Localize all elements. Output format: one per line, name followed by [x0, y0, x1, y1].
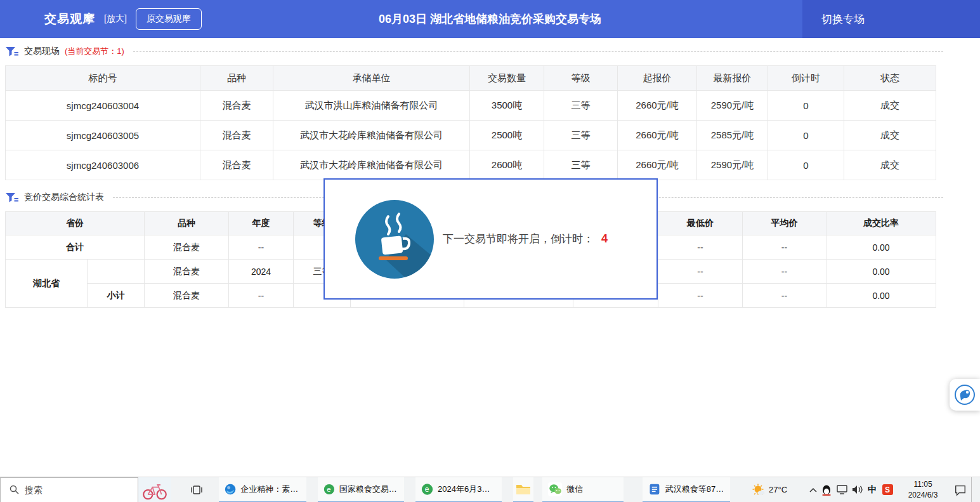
- display-tray-icon[interactable]: [834, 477, 849, 502]
- cell-ratio: 0.00: [826, 235, 936, 260]
- table-row: sjmcg240603004 混合麦 武汉市洪山库粮油储备有限公司 3500吨 …: [6, 91, 936, 121]
- original-observe-button[interactable]: 原交易观摩: [136, 8, 202, 30]
- cell-latest-price: 2590元/吨: [697, 150, 768, 180]
- zoom-link[interactable]: [放大]: [104, 13, 127, 25]
- system-tray: 中 S: [807, 477, 895, 502]
- section-title: 竞价交易综合统计表: [24, 192, 104, 203]
- sogou-badge: S: [882, 484, 893, 495]
- cell-start-price: 2660元/吨: [618, 91, 697, 121]
- tray-expand-chevron[interactable]: [807, 477, 819, 502]
- cell-grade: 三等: [544, 121, 618, 150]
- status-badge: 成交: [844, 121, 936, 150]
- current-session-note: (当前交易节：1): [65, 46, 124, 57]
- taskbar-app-browser-3[interactable]: e 2024年6月3日地...: [415, 477, 502, 502]
- coffee-cup-icon: [355, 200, 434, 279]
- sun-icon: [752, 483, 766, 497]
- cell-target-no: sjmcg240603006: [6, 150, 200, 180]
- cell-province: 合计: [6, 235, 145, 260]
- task-view-icon: [190, 484, 203, 496]
- monitor-icon: [837, 485, 847, 494]
- cell-ratio: 0.00: [826, 284, 936, 308]
- action-center-button[interactable]: [950, 477, 971, 502]
- svg-text:e: e: [425, 485, 429, 494]
- clock[interactable]: 11:05 2024/6/3: [900, 479, 946, 499]
- cell-countdown: 0: [768, 91, 844, 121]
- cell-province: 湖北省: [6, 260, 88, 308]
- task-view-button[interactable]: [187, 477, 206, 502]
- funnel-icon: [5, 46, 19, 56]
- table-header-row: 标的号 品种 承储单位 交易数量 等级 起报价 最新报价 倒计时 状态: [6, 66, 936, 91]
- divider: [133, 51, 943, 52]
- cell-storage-unit: 武汉市大花岭库粮油储备有限公司: [273, 150, 470, 180]
- cell-countdown: 0: [768, 121, 844, 150]
- app-header: 06月03日 湖北省地储粮油竞价采购交易专场 交易观摩 [放大] 原交易观摩 切…: [0, 0, 980, 38]
- trading-table: 标的号 品种 承储单位 交易数量 等级 起报价 最新报价 倒计时 状态 sjmc…: [5, 65, 936, 180]
- cell-latest-price: 2585元/吨: [697, 121, 768, 150]
- taskbar-app-documents[interactable]: 武汉粮食等87个...: [643, 477, 730, 502]
- cell-grade: 三等: [544, 150, 618, 180]
- col-latest-price: 最新报价: [697, 66, 768, 91]
- cell-variety: 混合麦: [145, 235, 229, 260]
- taskbar-app-browser-1[interactable]: 企业精神：素尚执...: [219, 477, 306, 502]
- chevron-up-icon: [809, 487, 817, 492]
- speaker-icon: [852, 485, 863, 494]
- col-year: 年度: [229, 212, 294, 235]
- trading-floor-section-head: 交易现场 (当前交易节：1): [5, 45, 943, 58]
- col-grade: 等级: [544, 66, 618, 91]
- status-badge: 成交: [844, 150, 936, 180]
- cell-countdown: 0: [768, 150, 844, 180]
- cell-sub: [88, 260, 145, 284]
- show-desktop-strip[interactable]: [971, 477, 975, 502]
- header-left: 交易观摩 [放大] 原交易观摩: [44, 0, 202, 38]
- volume-tray-icon[interactable]: [849, 477, 865, 502]
- green-browser-icon: e: [323, 482, 335, 496]
- col-target-no: 标的号: [6, 66, 200, 91]
- cell-storage-unit: 武汉市洪山库粮油储备有限公司: [273, 91, 470, 121]
- taskbar-app-wechat[interactable]: 微信: [542, 477, 624, 502]
- switch-session-button[interactable]: 切换专场: [802, 0, 980, 38]
- green-browser-icon: e: [421, 482, 433, 496]
- cell-quantity: 2500吨: [470, 121, 544, 150]
- countdown-dialog: 下一交易节即将开启，倒计时： 4: [323, 178, 658, 300]
- col-status: 状态: [844, 66, 936, 91]
- cell-lowest: --: [658, 235, 743, 260]
- search-input[interactable]: [25, 485, 126, 495]
- col-quantity: 交易数量: [470, 66, 544, 91]
- temperature: 27°C: [769, 485, 787, 494]
- input-method-indicator[interactable]: 中: [865, 477, 880, 502]
- taskbar-app-browser-2[interactable]: e 国家粮食交易平台...: [318, 477, 404, 502]
- qq-tray-icon[interactable]: [819, 477, 834, 502]
- news-interest-widget[interactable]: [138, 477, 171, 502]
- cell-storage-unit: 武汉市大花岭库粮油储备有限公司: [273, 121, 470, 150]
- ime-label: 中: [868, 484, 877, 496]
- bicycle-icon: [141, 480, 169, 500]
- col-variety: 品种: [145, 212, 229, 235]
- weather-widget[interactable]: 27°C: [752, 477, 796, 502]
- app-label: 国家粮食交易平台...: [339, 484, 398, 495]
- clock-date: 2024/6/3: [900, 490, 946, 500]
- cell-variety: 混合麦: [145, 284, 229, 308]
- taskbar-app-file-explorer[interactable]: [513, 477, 533, 502]
- cell-ratio: 0.00: [826, 260, 936, 284]
- cell-start-price: 2660元/吨: [618, 150, 697, 180]
- cell-target-no: sjmcg240603004: [6, 91, 200, 121]
- cell-variety: 混合麦: [200, 121, 273, 150]
- clock-time: 11:05: [900, 479, 946, 489]
- floating-service-button[interactable]: [950, 379, 980, 411]
- folder-icon: [516, 483, 531, 496]
- app-label: 2024年6月3日地...: [438, 484, 496, 495]
- cell-year: 2024: [229, 260, 294, 284]
- col-storage-unit: 承储单位: [273, 66, 470, 91]
- app-label: 企业精神：素尚执...: [240, 484, 301, 495]
- cell-quantity: 2600吨: [470, 150, 544, 180]
- col-lowest-price: 最低价: [658, 212, 743, 235]
- cell-variety: 混合麦: [200, 91, 273, 121]
- col-start-price: 起报价: [618, 66, 697, 91]
- col-province: 省份: [6, 212, 145, 235]
- taskbar-search[interactable]: [0, 477, 138, 502]
- cell-quantity: 3500吨: [470, 91, 544, 121]
- search-icon: [10, 485, 19, 494]
- sogou-tray-icon[interactable]: S: [880, 477, 895, 502]
- cell-start-price: 2660元/吨: [618, 121, 697, 150]
- cell-average: --: [743, 284, 826, 308]
